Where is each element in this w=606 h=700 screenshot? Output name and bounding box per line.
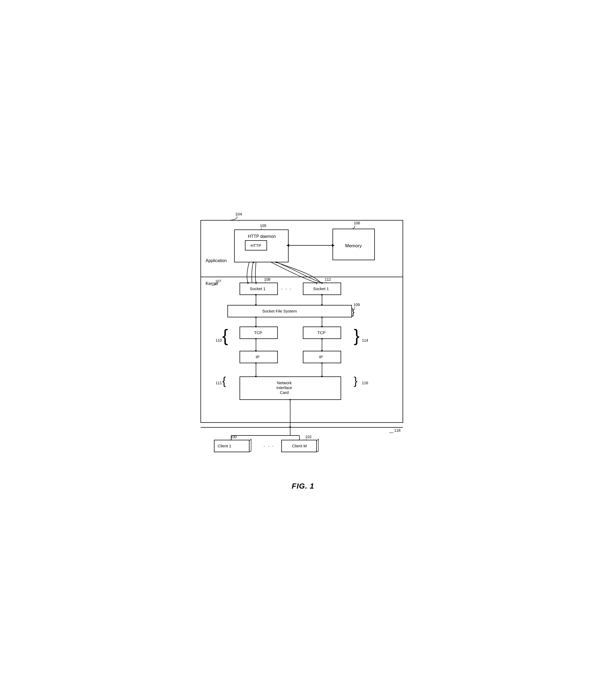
- brace-111-left: {: [222, 375, 226, 387]
- memory-label: Memory: [345, 243, 362, 248]
- figure-label: FIG. 1: [292, 482, 314, 491]
- application-label: Application: [206, 258, 227, 263]
- ref-112: 112: [325, 277, 331, 281]
- clientm-label: Client M: [292, 444, 307, 448]
- diagram-area: 104 Application 105 HTTP daemon HTTP 106…: [187, 209, 419, 491]
- page-container: 104 Application 105 HTTP daemon HTTP 106…: [187, 209, 419, 491]
- brace-110-left: {: [222, 326, 228, 345]
- client-dots: · · ·: [263, 443, 274, 449]
- svg-line-1: [249, 439, 251, 441]
- nic-line1: Network: [277, 381, 292, 385]
- socket1-right-label: Socket 1: [313, 286, 329, 291]
- svg-line-4: [317, 439, 319, 441]
- main-diagram-svg: 104 Application 105 HTTP daemon HTTP 106…: [187, 209, 419, 474]
- ref-111: 111: [215, 381, 222, 385]
- http-label: HTTP: [251, 243, 261, 248]
- brace-114-right: }: [354, 326, 359, 345]
- ref-102: 102: [305, 435, 312, 439]
- brace-109: }: [352, 307, 355, 317]
- svg-line-3: [249, 451, 251, 452]
- ref-104: 104: [235, 212, 242, 216]
- socket1-left-label: Socket 1: [250, 286, 265, 291]
- ref-118: 118: [394, 428, 401, 432]
- ip-left-label: IP: [256, 355, 259, 359]
- tcp-left-label: TCP: [254, 330, 262, 335]
- client1-label: Client 1: [217, 444, 231, 448]
- brace-116-right: }: [354, 375, 357, 387]
- http-daemon-label: HTTP daemon: [248, 234, 276, 239]
- ref-107: 107: [215, 279, 221, 283]
- ref-108: 108: [264, 277, 271, 281]
- ref-114: 114: [362, 338, 368, 342]
- ref-116: 116: [362, 381, 368, 385]
- ip-right-label: IP: [319, 355, 323, 359]
- socket-dots: · · ·: [281, 286, 292, 292]
- tcp-right-label: TCP: [318, 330, 326, 335]
- ref-109: 109: [353, 302, 360, 307]
- sfs-label: Socket File System: [262, 309, 297, 313]
- svg-line-6: [317, 451, 319, 452]
- ref-106: 106: [354, 221, 360, 225]
- nic-line2: Interface: [276, 385, 292, 390]
- nic-line3: Card: [280, 390, 288, 395]
- ref-105: 105: [260, 224, 266, 228]
- ref-110: 110: [215, 338, 222, 342]
